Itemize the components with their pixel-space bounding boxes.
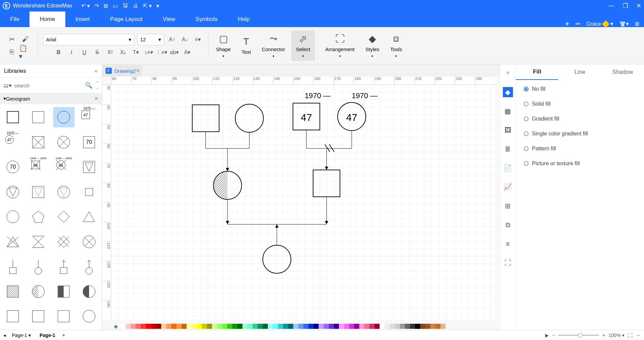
palette-color[interactable] — [202, 324, 207, 329]
palette-color[interactable] — [151, 324, 156, 329]
palette-color[interactable] — [395, 324, 400, 329]
search-input[interactable] — [14, 83, 82, 88]
shape-circle[interactable] — [2, 207, 23, 227]
palette-color[interactable] — [136, 324, 141, 329]
shape-x-tri[interactable] — [2, 232, 23, 252]
palette-toggle-icon[interactable]: ◈ — [114, 323, 118, 330]
shape-box-2[interactable] — [2, 306, 23, 326]
shape-female-deceased[interactable] — [53, 132, 74, 152]
palette-color[interactable] — [176, 324, 181, 329]
palette-color[interactable] — [293, 324, 298, 329]
rail-fill-icon[interactable]: ◆ — [503, 87, 513, 97]
open-icon[interactable]: ▭ — [113, 3, 118, 9]
shape-pentagon[interactable] — [27, 207, 49, 227]
menu-symbols[interactable]: Symbols — [185, 12, 228, 27]
rail-layers-icon[interactable]: ≣ — [503, 144, 513, 154]
palette-color[interactable] — [207, 324, 212, 329]
palette-color[interactable] — [242, 324, 248, 329]
palette-color[interactable] — [369, 324, 374, 329]
shape-circle-x[interactable] — [79, 232, 100, 252]
palette-color[interactable] — [192, 324, 197, 329]
text-button[interactable]: TText — [237, 30, 256, 61]
menu-home[interactable]: Home — [29, 12, 65, 27]
zoom-out-icon[interactable]: − — [552, 333, 555, 338]
paste-icon[interactable]: 📋 ▾ — [19, 46, 32, 59]
opt-no-fill[interactable]: No fill — [524, 86, 636, 92]
new-icon[interactable]: ⊞ — [104, 3, 108, 9]
shape-button[interactable]: ▢Shape▾ — [211, 30, 235, 61]
rail-align-icon[interactable]: ≡ — [503, 239, 513, 249]
palette-color[interactable] — [359, 324, 364, 329]
cut-icon[interactable]: ✂ — [5, 33, 18, 46]
shape-box-4[interactable] — [53, 306, 74, 326]
palette-color[interactable] — [380, 324, 385, 329]
category-genogram[interactable]: ▾ Genogram ✕ — [0, 93, 102, 104]
palette-color[interactable] — [126, 324, 131, 329]
palette-color[interactable] — [405, 324, 410, 329]
close-category-icon[interactable]: ✕ — [94, 95, 99, 102]
palette-color[interactable] — [298, 324, 303, 329]
palette-color[interactable] — [181, 324, 187, 329]
tools-button[interactable]: ⧈Tools▾ — [385, 30, 407, 61]
rail-grid-icon[interactable]: ▦ — [503, 106, 513, 116]
shape-diamond[interactable] — [53, 207, 74, 227]
palette-color[interactable] — [187, 324, 192, 329]
shape-triangle-box[interactable] — [79, 157, 100, 177]
styles-button[interactable]: ◆Styles▾ — [361, 30, 384, 61]
italic-icon[interactable]: I — [66, 47, 77, 58]
canvas[interactable]: 1970 — 47 1970 — 47 — [111, 85, 495, 320]
palette-color[interactable] — [420, 324, 425, 329]
canvas-shape-female-grandchild[interactable] — [263, 245, 291, 273]
shape-box-line-1[interactable] — [2, 256, 23, 277]
menu-page-layout[interactable]: Page Layout — [100, 12, 152, 27]
shape-male[interactable] — [2, 107, 23, 127]
subscript-icon[interactable]: X₂ — [118, 47, 128, 58]
palette-color[interactable] — [263, 324, 268, 329]
font-family-select[interactable]: Arial▾ — [43, 34, 134, 45]
shape-dashed-triangle-circle[interactable] — [53, 182, 74, 202]
undo-icon[interactable]: ↶ ▾ — [81, 3, 90, 9]
shape-triangle[interactable] — [79, 207, 100, 227]
palette-color[interactable] — [329, 324, 334, 329]
palette-color[interactable] — [212, 324, 217, 329]
menu-view[interactable]: View — [153, 12, 186, 27]
palette-color[interactable] — [435, 324, 441, 329]
close-tab-icon[interactable]: ✕ — [136, 68, 140, 73]
palette-color[interactable] — [364, 324, 369, 329]
palette-color[interactable] — [334, 324, 339, 329]
bold-icon[interactable]: B — [53, 47, 64, 58]
zoom-level[interactable]: 100% ▾ — [608, 333, 624, 338]
canvas-shape-male-child[interactable] — [313, 170, 340, 197]
palette-color[interactable] — [222, 324, 227, 329]
palette-color[interactable] — [131, 324, 136, 329]
share-icon[interactable]: ⚯ — [576, 21, 580, 27]
shape-male-70[interactable]: 70 — [79, 132, 100, 152]
rail-chart-icon[interactable]: 📈 — [503, 182, 513, 192]
menu-help[interactable]: Help — [228, 12, 260, 27]
palette-color[interactable] — [319, 324, 324, 329]
shape-year-age-male[interactable]: 1970 —47 — [79, 107, 100, 127]
opt-solid-fill[interactable]: Solid fill — [524, 101, 636, 107]
menu-insert[interactable]: Insert — [65, 12, 100, 27]
shape-dashed-triangle-box[interactable] — [27, 182, 49, 202]
opt-single-color[interactable]: Single color gradient fill — [524, 131, 636, 137]
palette-color[interactable] — [283, 324, 288, 329]
palette-color[interactable] — [349, 324, 354, 329]
palette-color[interactable] — [237, 324, 242, 329]
page-dropdown[interactable]: Page-1 ▾ — [9, 332, 34, 339]
doc-tab-drawing2[interactable]: E Drawing2 ✕ — [102, 65, 142, 77]
palette-color[interactable] — [314, 324, 319, 329]
collapse-sidebar-icon[interactable]: « — [94, 67, 98, 75]
palette-color[interactable] — [441, 324, 446, 329]
bullets-icon[interactable]: ⋮≡▾ — [156, 47, 167, 58]
fit-width-icon[interactable]: ↔ — [636, 333, 641, 338]
palette-color[interactable] — [141, 324, 146, 329]
shape-circle-line-1[interactable] — [27, 256, 49, 277]
tshirt-icon[interactable]: 👕▾ — [619, 21, 629, 27]
rail-page-icon[interactable]: 📄 — [503, 163, 513, 173]
prev-page-icon[interactable]: ◂ — [3, 333, 6, 338]
apps-icon[interactable]: ⊞ — [635, 21, 639, 27]
rail-table-icon[interactable]: ⊞ — [503, 201, 513, 211]
shape-box-line-2[interactable] — [53, 256, 74, 277]
opt-pattern-fill[interactable]: Pattern fill — [524, 146, 636, 152]
